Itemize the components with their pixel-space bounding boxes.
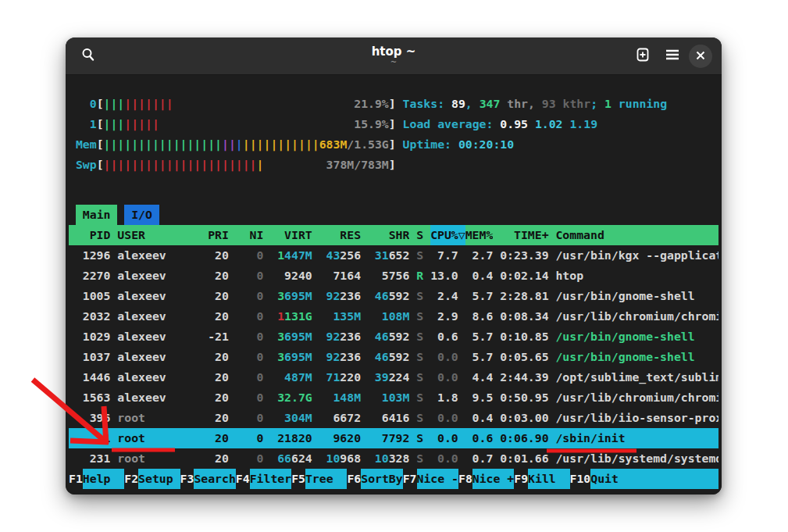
cell-pid: 396	[69, 408, 110, 428]
cell-res: 92236	[319, 286, 361, 306]
cell-cpu: 0.0	[430, 408, 458, 428]
menu-button[interactable]	[661, 45, 684, 68]
cell-cmd: /usr/bin/kgx --gapplicat	[555, 245, 718, 266]
column-header-s[interactable]: S	[416, 225, 423, 245]
cell-pid: 1029	[69, 327, 110, 347]
process-row-1037[interactable]: 1037 alexeev 20 0 3695M 92236 46592 S 0.…	[69, 347, 718, 367]
column-header-pid[interactable]: PID	[69, 225, 110, 245]
tab-main[interactable]: Main	[76, 205, 117, 225]
cell-shr: 5756	[368, 266, 409, 286]
cell-cpu: 7.7	[430, 245, 458, 266]
cell-ni: 0	[236, 408, 264, 428]
cell-shr: 31652	[368, 245, 409, 266]
fkey-f2-setup[interactable]: F2Setup	[124, 469, 180, 489]
cell-user: alexeev	[117, 306, 187, 327]
column-header-time[interactable]: TIME+	[500, 225, 548, 245]
screenshot-page: htop ~ ~	[0, 0, 788, 532]
cell-user: alexeev	[117, 266, 187, 286]
close-button[interactable]	[689, 45, 712, 68]
column-header-res[interactable]: RES	[319, 225, 361, 245]
column-header-mem[interactable]: MEM%	[465, 225, 494, 245]
cell-res: 9620	[319, 428, 361, 448]
cell-virt: 3695M	[270, 347, 312, 367]
cpu-meter-1: 1[||||||||15.9%]Load average: 0.95 1.02 …	[69, 114, 718, 134]
column-header-pri[interactable]: PRI	[194, 225, 229, 245]
uptime: Uptime: 00:20:10	[403, 134, 515, 155]
fkey-f1-help[interactable]: F1Help	[69, 469, 124, 489]
process-row-2270[interactable]: 2270 alexeev 20 0 9240 7164 5756 R 13.0 …	[69, 266, 718, 286]
fkey-f8-nice-[interactable]: F8Nice +	[458, 469, 514, 489]
cell-cmd: /usr/lib/iio-sensor-prox	[555, 408, 718, 428]
column-header-user[interactable]: USER	[117, 225, 187, 245]
process-row-231[interactable]: 231 root 20 0 66624 10968 10328 S 0.0 0.…	[69, 448, 718, 469]
memory-meter-label: Mem	[69, 134, 97, 155]
cell-pri: 20	[194, 347, 229, 367]
process-row-396[interactable]: 396 root 20 0 304M 6672 6416 S 0.0 0.4 0…	[69, 408, 718, 428]
column-header-shr[interactable]: SHR	[368, 225, 409, 245]
cell-user: alexeev	[117, 245, 187, 266]
cell-pid: 1563	[69, 387, 110, 408]
fkey-f3-search[interactable]: F3Search	[180, 469, 236, 489]
process-row-1446[interactable]: 1446 alexeev 20 0 487M 71220 39224 S 0.0…	[69, 367, 718, 387]
cell-pri: 20	[194, 367, 229, 387]
column-header-cpu[interactable]: CPU%	[430, 225, 458, 245]
screen-tabs: Main I/O	[69, 205, 718, 225]
process-row-2032[interactable]: 2032 alexeev 20 0 1131G 135M 108M S 2.9 …	[69, 306, 718, 327]
cell-time: 2:44.39	[500, 367, 548, 387]
cell-time: 0:10.85	[500, 327, 548, 347]
cell-pri: 20	[194, 428, 229, 448]
fkey-f5-tree[interactable]: F5Tree	[291, 469, 347, 489]
cpu-meter-1-label: 1	[69, 114, 97, 134]
cell-pid: 2032	[69, 306, 110, 327]
cell-ni: 0	[236, 387, 264, 408]
new-tab-button[interactable]	[631, 45, 654, 68]
fkey-f7-nice-[interactable]: F7Nice -	[403, 469, 458, 489]
cell-cpu: 0.0	[430, 367, 458, 387]
cell-cpu: 0.0	[430, 448, 458, 469]
cell-pri: -21	[194, 327, 229, 347]
cell-shr: 39224	[368, 367, 409, 387]
tab-io[interactable]: I/O	[124, 205, 159, 225]
cell-res: 92236	[319, 327, 361, 347]
window-title: htop ~	[372, 46, 416, 58]
cell-cmd: /opt/sublime_text/sublim	[555, 367, 718, 387]
cell-ni: 0	[236, 266, 264, 286]
fkey-f6-sortby[interactable]: F6SortBy	[347, 469, 402, 489]
fkey-f10-quit[interactable]: F10Quit	[570, 469, 633, 489]
cell-virt: 304M	[270, 408, 312, 428]
process-row-1005[interactable]: 1005 alexeev 20 0 3695M 92236 46592 S 2.…	[69, 286, 718, 306]
fkey-f9-kill[interactable]: F9Kill	[514, 469, 569, 489]
cell-time: 0:08.34	[500, 306, 548, 327]
cell-cpu: 0.0	[430, 347, 458, 367]
cell-mem: 5.7	[465, 286, 494, 306]
cell-cpu: 0.6	[430, 327, 458, 347]
fkey-f4-filter[interactable]: F4Filter	[236, 469, 291, 489]
cell-pri: 20	[194, 448, 229, 469]
titlebar: htop ~ ~	[66, 37, 722, 75]
tasks-summary: Tasks: 89, 347 thr, 93 kthr; 1 running	[403, 94, 668, 114]
cell-user: alexeev	[117, 347, 187, 367]
cell-pid: 1	[69, 428, 110, 448]
cell-mem: 0.7	[465, 448, 494, 469]
cell-virt: 1131G	[270, 306, 312, 327]
column-header-cmd[interactable]: Command	[555, 225, 718, 245]
column-header-ni[interactable]: NI	[236, 225, 264, 245]
memory-meter: Mem[|||||||||||||||||||||||||||||||683M/…	[69, 134, 718, 155]
cell-mem: 8.6	[465, 306, 494, 327]
process-row-1563[interactable]: 1563 alexeev 20 0 32.7G 148M 103M S 1.8 …	[69, 387, 718, 408]
cell-time: 0:03.00	[500, 408, 548, 428]
cell-ni: 0	[236, 245, 264, 266]
column-header-virt[interactable]: VIRT	[270, 225, 312, 245]
process-row-1029[interactable]: 1029 alexeev -21 0 3695M 92236 46592 S 0…	[69, 327, 718, 347]
new-tab-icon	[636, 48, 650, 65]
process-row-1296[interactable]: 1296 alexeev 20 0 1447M 43256 31652 S 7.…	[69, 245, 718, 266]
cpu-meter-0: 0[||||||||||21.9%]Tasks: 89, 347 thr, 93…	[69, 94, 718, 114]
cell-time: 2:28.81	[500, 286, 548, 306]
process-row-1[interactable]: 1 root 20 0 21820 9620 7792 S 0.0 0.6 0:…	[69, 428, 718, 448]
cell-pri: 20	[194, 245, 229, 266]
cell-s: S	[416, 367, 423, 387]
cell-virt: 9240	[270, 266, 312, 286]
cpu-meter-0-label: 0	[69, 94, 97, 114]
cell-mem: 0.4	[465, 266, 494, 286]
cell-ni: 0	[236, 286, 264, 306]
